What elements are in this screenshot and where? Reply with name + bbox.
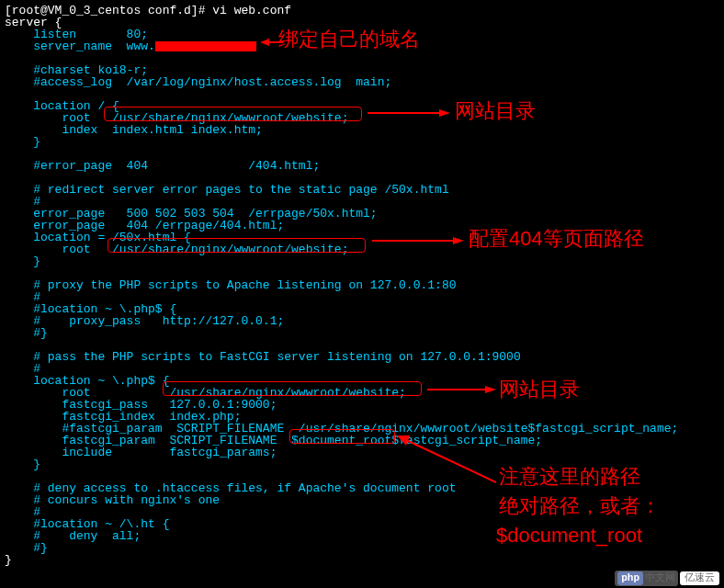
access-log-line: #access_log /var/log/nginx/host.access.l… (5, 75, 391, 89)
include-line: include fastcgi_params; (5, 446, 277, 459)
terminal-output: [root@VM_0_3_centos conf.d]# vi web.conf… (5, 5, 719, 566)
redacted-domain (155, 41, 256, 51)
root2-path: /usr/share/nginx/wwwroot/website; (112, 243, 348, 256)
fastcgi-param2-var: $document_root (291, 434, 391, 447)
watermark-yisu: 亿速云 (680, 571, 719, 585)
index-line: index index.html index.htm; (5, 123, 263, 137)
redirect-comment: # redirect server error pages to the sta… (5, 183, 449, 197)
watermark: php中文网 亿速云 (615, 571, 719, 586)
fastcgi-param2-suffix: $fastcgi_script_name; (391, 434, 542, 447)
server-name-prefix: server_name www. (5, 40, 155, 53)
server-close: } (5, 553, 12, 567)
watermark-php: php (617, 571, 643, 585)
fastcgi-comment: # pass the PHP scripts to FastCGI server… (5, 350, 521, 364)
error-page-404-line: #error_page 404 /404.html; (5, 159, 320, 173)
watermark-phpcn: 中文网 (645, 573, 675, 583)
proxy-comment: # proxy the PHP scripts to Apache listen… (5, 278, 456, 292)
